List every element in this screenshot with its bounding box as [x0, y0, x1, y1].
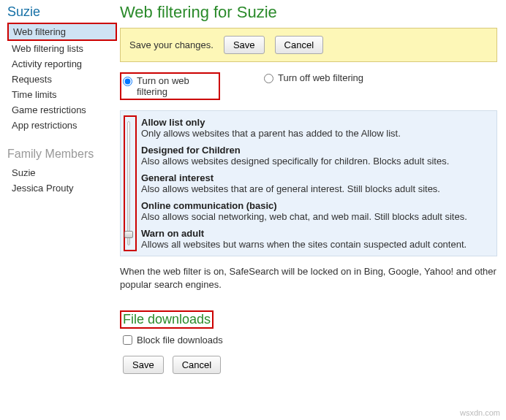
bottom-cancel-button[interactable]: Cancel	[173, 356, 221, 374]
save-banner-text: Save your changes.	[129, 39, 214, 50]
filter-levels-panel: Allow list only Only allows websites tha…	[120, 110, 497, 256]
block-downloads-row[interactable]: Block file downloads	[123, 335, 497, 345]
level-slider-track[interactable]	[127, 121, 130, 245]
main-content: Web filtering for Suzie Save your change…	[117, 0, 506, 383]
radio-turn-on[interactable]: Turn on web filtering	[120, 72, 220, 100]
level-title: Warn on adult	[141, 228, 489, 239]
bottom-button-row: Save Cancel	[120, 356, 497, 374]
sidebar-item-activity-reporting[interactable]: Activity reporting	[7, 56, 117, 72]
sidebar-item-web-filtering[interactable]: Web filtering	[9, 24, 116, 39]
highlight-file-downloads: File downloads	[120, 310, 214, 329]
sidebar-item-app-restrictions[interactable]: App restrictions	[7, 118, 117, 133]
banner-cancel-button[interactable]: Cancel	[275, 36, 323, 54]
banner-save-button[interactable]: Save	[224, 36, 265, 54]
radio-turn-off-label: Turn off web filtering	[278, 72, 363, 83]
sidebar-section-family-members: Family Members	[7, 148, 117, 161]
save-banner: Save your changes. Save Cancel	[120, 28, 497, 62]
sidebar-item-web-filtering-lists[interactable]: Web filtering lists	[7, 41, 117, 56]
sidebar-item-time-limits[interactable]: Time limits	[7, 87, 117, 102]
block-downloads-checkbox[interactable]	[123, 335, 132, 345]
bottom-save-button[interactable]: Save	[123, 356, 164, 374]
level-desc: Also allows websites that are of general…	[141, 183, 489, 194]
radio-turn-on-input[interactable]	[123, 77, 132, 86]
level-desc: Only allows websites that a parent has a…	[141, 128, 489, 139]
level-designed-for-children[interactable]: Designed for Children Also allows websit…	[141, 145, 489, 167]
sidebar-item-game-restrictions[interactable]: Game restrictions	[7, 102, 117, 118]
filter-toggle-row: Turn on web filtering Turn off web filte…	[120, 72, 497, 100]
sidebar: Suzie Web filtering Web filtering lists …	[0, 0, 117, 383]
radio-turn-off-input[interactable]	[264, 74, 273, 83]
family-member-jessica[interactable]: Jessica Prouty	[7, 180, 117, 196]
level-slider-thumb[interactable]	[124, 231, 133, 238]
sidebar-item-requests[interactable]: Requests	[7, 72, 117, 87]
level-desc: Also allows websites designed specifical…	[141, 156, 489, 167]
family-member-suzie[interactable]: Suzie	[7, 165, 117, 180]
sidebar-title[interactable]: Suzie	[7, 4, 117, 20]
level-allow-list-only[interactable]: Allow list only Only allows websites tha…	[141, 117, 489, 139]
radio-turn-off[interactable]: Turn off web filtering	[264, 72, 363, 83]
level-title: Online communication (basic)	[141, 200, 489, 211]
level-online-communication[interactable]: Online communication (basic) Also allows…	[141, 200, 489, 222]
page-title: Web filtering for Suzie	[120, 3, 497, 22]
level-general-interest[interactable]: General interest Also allows websites th…	[141, 172, 489, 194]
section-file-downloads: File downloads	[121, 312, 212, 327]
highlight-selected: Web filtering	[7, 23, 117, 41]
level-desc: Allows all websites but warns when the s…	[141, 239, 489, 250]
level-title: Designed for Children	[141, 145, 489, 156]
radio-turn-on-label: Turn on web filtering	[137, 75, 217, 97]
level-warn-on-adult[interactable]: Warn on adult Allows all websites but wa…	[141, 228, 489, 250]
safesearch-note: When the web filter is on, SafeSearch wi…	[120, 265, 497, 291]
level-title: General interest	[141, 172, 489, 183]
level-desc: Also allows social networking, web chat,…	[141, 211, 489, 222]
block-downloads-label: Block file downloads	[137, 335, 223, 345]
level-title: Allow list only	[141, 117, 489, 128]
